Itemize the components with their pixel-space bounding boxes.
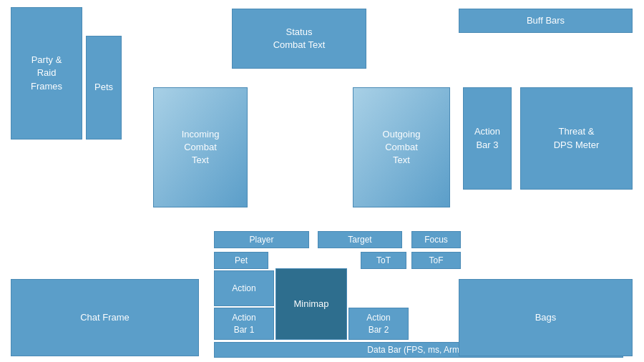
buff-bars[interactable]: Buff Bars [459, 9, 633, 33]
action-bar-2-label: ActionBar 2 [366, 312, 390, 336]
action-bar-1-label: ActionBar 1 [232, 312, 255, 336]
party-raid-frames-label: Party &RaidFrames [31, 54, 62, 93]
pet-frame-label: Pet [235, 255, 248, 267]
minimap[interactable]: Minimap [275, 268, 347, 340]
party-raid-frames[interactable]: Party &RaidFrames [11, 7, 82, 140]
outgoing-combat-text[interactable]: OutgoingCombatText [353, 87, 450, 207]
action-bar-1[interactable]: ActionBar 1 [214, 308, 274, 340]
pets[interactable]: Pets [86, 36, 122, 140]
bags-label: Bags [535, 311, 557, 324]
tof-frame-label: ToF [429, 255, 443, 267]
action-bar-2[interactable]: ActionBar 2 [348, 308, 409, 340]
bags[interactable]: Bags [459, 279, 633, 356]
outgoing-combat-text-label: OutgoingCombatText [383, 128, 421, 167]
action-bar-3-label: ActionBar 3 [474, 125, 500, 151]
status-combat-text[interactable]: StatusCombat Text [232, 9, 366, 69]
status-combat-text-label: StatusCombat Text [273, 26, 326, 52]
action-area[interactable]: Action [214, 270, 274, 306]
chat-frame-label: Chat Frame [80, 311, 130, 324]
tot-frame-label: ToT [376, 255, 391, 267]
pets-label: Pets [94, 81, 113, 94]
minimap-label: Minimap [293, 298, 328, 310]
pet-frame[interactable]: Pet [214, 252, 268, 269]
action-area-label: Action [232, 283, 255, 295]
data-bar-label: Data Bar (FPS, ms, Armor) [367, 344, 469, 356]
buff-bars-label: Buff Bars [527, 14, 565, 27]
player-frame-label: Player [249, 234, 273, 246]
threat-dps-meter-label: Threat &DPS Meter [554, 125, 600, 151]
tof-frame[interactable]: ToF [411, 252, 461, 269]
chat-frame[interactable]: Chat Frame [11, 279, 199, 356]
tot-frame[interactable]: ToT [361, 252, 406, 269]
target-frame[interactable]: Target [318, 231, 402, 248]
target-frame-label: Target [348, 234, 371, 246]
incoming-combat-text-label: IncomingCombatText [182, 128, 220, 167]
incoming-combat-text[interactable]: IncomingCombatText [153, 87, 248, 207]
threat-dps-meter[interactable]: Threat &DPS Meter [520, 87, 633, 190]
focus-frame-label: Focus [424, 234, 448, 246]
player-frame[interactable]: Player [214, 231, 309, 248]
action-bar-3[interactable]: ActionBar 3 [463, 87, 512, 190]
focus-frame[interactable]: Focus [411, 231, 461, 248]
